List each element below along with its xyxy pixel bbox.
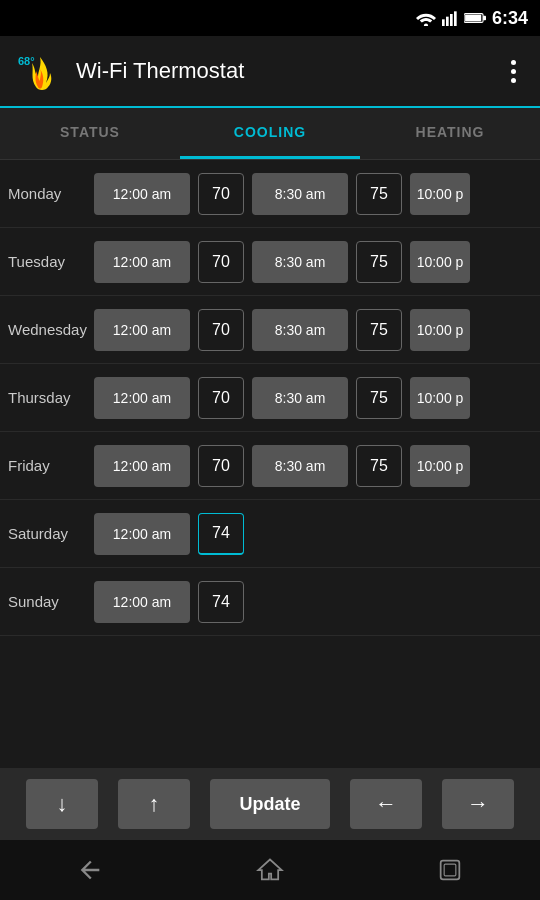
slot1-time-button[interactable]: 12:00 am xyxy=(94,309,190,351)
slot1-time-button[interactable]: 12:00 am xyxy=(94,581,190,623)
recents-icon xyxy=(436,856,464,884)
menu-dot-3 xyxy=(511,78,516,83)
svg-rect-6 xyxy=(465,15,481,22)
slot2-temp-box[interactable]: 75 xyxy=(356,445,402,487)
slot3-time-button[interactable]: 10:00 p xyxy=(410,241,470,283)
slot3-time-button[interactable]: 10:00 p xyxy=(410,173,470,215)
day-label: Friday xyxy=(4,457,94,474)
slot2-time-button[interactable]: 8:30 am xyxy=(252,309,348,351)
back-icon xyxy=(76,856,104,884)
slot1-time-button[interactable]: 12:00 am xyxy=(94,513,190,555)
slot3-time-button[interactable]: 10:00 p xyxy=(410,445,470,487)
app-title: Wi-Fi Thermostat xyxy=(76,58,503,84)
signal-icon xyxy=(442,10,458,26)
day-label: Saturday xyxy=(4,525,94,542)
home-icon xyxy=(256,856,284,884)
svg-rect-2 xyxy=(446,17,449,26)
slot1-temp-box[interactable]: 74 xyxy=(198,513,244,555)
schedule-row: Thursday12:00 am708:30 am7510:00 p xyxy=(0,364,540,432)
slot1-time-button[interactable]: 12:00 am xyxy=(94,377,190,419)
menu-dot-1 xyxy=(511,60,516,65)
home-button[interactable] xyxy=(236,848,304,892)
slot1-temp-box[interactable]: 70 xyxy=(198,309,244,351)
clock-display: 6:34 xyxy=(492,8,528,29)
tab-heating[interactable]: HEATING xyxy=(360,108,540,159)
svg-rect-7 xyxy=(483,16,486,20)
slot2-temp-box[interactable]: 75 xyxy=(356,241,402,283)
slot1-temp-box[interactable]: 70 xyxy=(198,445,244,487)
nav-bar xyxy=(0,840,540,900)
slot2-time-button[interactable]: 8:30 am xyxy=(252,173,348,215)
temp-label: 68° xyxy=(18,55,35,67)
slot1-temp-box[interactable]: 74 xyxy=(198,581,244,623)
menu-dot-2 xyxy=(511,69,516,74)
slot1-time-button[interactable]: 12:00 am xyxy=(94,173,190,215)
down-button[interactable]: ↓ xyxy=(26,779,98,829)
wifi-icon xyxy=(416,10,436,26)
schedule-grid: Monday12:00 am708:30 am7510:00 pTuesday1… xyxy=(0,160,540,636)
status-bar: 6:34 xyxy=(0,0,540,36)
schedule-row: Monday12:00 am708:30 am7510:00 p xyxy=(0,160,540,228)
slot2-time-button[interactable]: 8:30 am xyxy=(252,445,348,487)
tab-cooling[interactable]: COOLING xyxy=(180,108,360,159)
slot2-time-button[interactable]: 8:30 am xyxy=(252,241,348,283)
tab-bar: STATUS COOLING HEATING xyxy=(0,108,540,160)
battery-icon xyxy=(464,11,486,25)
left-button[interactable]: ← xyxy=(350,779,422,829)
day-label: Thursday xyxy=(4,389,94,406)
slot2-temp-box[interactable]: 75 xyxy=(356,173,402,215)
app-title-area: Wi-Fi Thermostat xyxy=(76,58,503,84)
slot1-temp-box[interactable]: 70 xyxy=(198,377,244,419)
svg-point-0 xyxy=(424,23,428,26)
svg-rect-4 xyxy=(454,11,457,26)
tab-status[interactable]: STATUS xyxy=(0,108,180,159)
svg-rect-9 xyxy=(444,864,456,876)
slot1-time-button[interactable]: 12:00 am xyxy=(94,241,190,283)
slot3-time-button[interactable]: 10:00 p xyxy=(410,377,470,419)
schedule-row: Sunday12:00 am74 xyxy=(0,568,540,636)
slot3-time-button[interactable]: 10:00 p xyxy=(410,309,470,351)
day-label: Wednesday xyxy=(4,321,94,338)
slot2-time-button[interactable]: 8:30 am xyxy=(252,377,348,419)
app-logo: 68° xyxy=(16,47,64,95)
slot2-temp-box[interactable]: 75 xyxy=(356,377,402,419)
svg-rect-3 xyxy=(450,14,453,26)
status-icons: 6:34 xyxy=(416,8,528,29)
schedule-row: Friday12:00 am708:30 am7510:00 p xyxy=(0,432,540,500)
update-button[interactable]: Update xyxy=(210,779,330,829)
bottom-toolbar: ↓ ↑ Update ← → xyxy=(0,768,540,840)
schedule-row: Saturday12:00 am74 xyxy=(0,500,540,568)
slot1-time-button[interactable]: 12:00 am xyxy=(94,445,190,487)
back-button[interactable] xyxy=(56,848,124,892)
more-options-button[interactable] xyxy=(503,52,524,91)
slot1-temp-box[interactable]: 70 xyxy=(198,241,244,283)
schedule-row: Wednesday12:00 am708:30 am7510:00 p xyxy=(0,296,540,364)
up-button[interactable]: ↑ xyxy=(118,779,190,829)
slot1-temp-box[interactable]: 70 xyxy=(198,173,244,215)
app-bar: 68° Wi-Fi Thermostat xyxy=(0,36,540,108)
slot2-temp-box[interactable]: 75 xyxy=(356,309,402,351)
day-label: Monday xyxy=(4,185,94,202)
right-button[interactable]: → xyxy=(442,779,514,829)
svg-rect-1 xyxy=(442,19,445,26)
recents-button[interactable] xyxy=(416,848,484,892)
svg-rect-8 xyxy=(441,861,460,880)
day-label: Sunday xyxy=(4,593,94,610)
day-label: Tuesday xyxy=(4,253,94,270)
schedule-row: Tuesday12:00 am708:30 am7510:00 p xyxy=(0,228,540,296)
